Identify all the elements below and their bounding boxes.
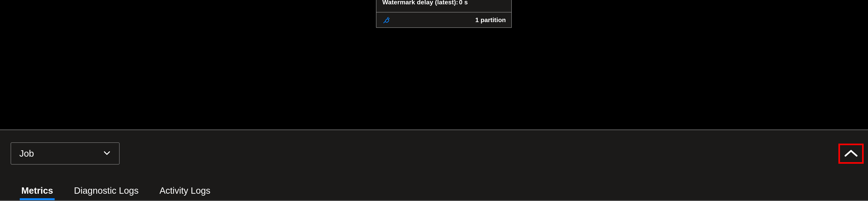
tab-label: Diagnostic Logs [74,186,138,196]
metric-row: Watermark delay (latest):0 s [382,0,505,6]
node-footer-bar: 1 partition [376,12,511,27]
scope-row: Job [11,142,120,165]
metric-value: 0 s [459,0,468,6]
metric-label: Watermark delay (latest): [382,0,458,6]
tab-label: Activity Logs [159,186,210,196]
partition-count: 1 partition [475,16,506,24]
tab-metrics[interactable]: Metrics [21,185,53,199]
scope-select[interactable]: Job [11,142,120,165]
chevron-up-icon [843,148,859,159]
job-node-card[interactable]: Output events (sum):3543 Watermark delay… [376,0,512,28]
node-metrics-block: Output events (sum):3543 Watermark delay… [376,0,511,12]
panel-bottom-divider [0,200,868,201]
tabs-row: Metrics Diagnostic Logs Activity Logs [21,185,211,199]
chevron-down-icon [102,148,112,159]
svg-line-1 [388,18,389,19]
canvas-area[interactable]: Output events (sum):3543 Watermark delay… [0,0,868,129]
expand-panel-button[interactable] [838,144,864,164]
scope-select-value: Job [19,148,34,159]
bottom-panel: Job Metrics Diagnostic Logs Activity Log… [0,130,868,201]
tab-activity-logs[interactable]: Activity Logs [159,185,210,199]
svg-line-0 [387,18,388,18]
tab-diagnostic-logs[interactable]: Diagnostic Logs [74,185,138,199]
tab-label: Metrics [21,186,53,196]
plug-icon [383,16,391,24]
